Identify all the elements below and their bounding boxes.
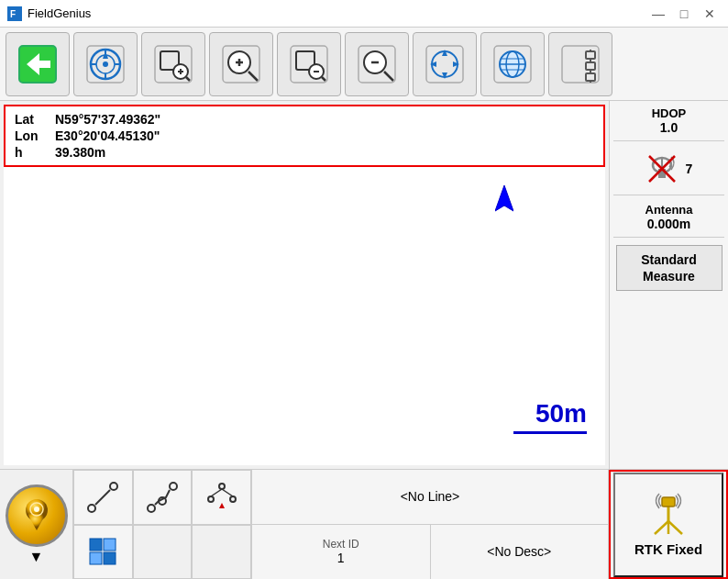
gps-button[interactable] xyxy=(6,484,68,547)
settings-button[interactable] xyxy=(548,32,612,96)
bottom-dropdown-arrow[interactable]: ▼ xyxy=(29,549,44,565)
map-cursor xyxy=(495,185,513,217)
lon-label: Lon xyxy=(15,128,40,143)
lat-value: N59°57'37.49362" xyxy=(55,112,160,127)
lon-value: E30°20'04.45130" xyxy=(55,128,160,143)
svg-text:F: F xyxy=(10,9,16,19)
hdop-section: HDOP 1.0 xyxy=(613,106,724,141)
satellite-section: 7 xyxy=(613,149,724,195)
title-bar: F FieldGenius — □ ✕ xyxy=(0,0,728,28)
zoom-out-box-button[interactable] xyxy=(277,32,341,96)
line-tools xyxy=(73,470,252,579)
h-row: h 39.380m xyxy=(15,145,594,160)
svg-line-81 xyxy=(655,521,668,534)
no-line-label: <No Line> xyxy=(401,489,460,504)
app-title: FieldGenius xyxy=(28,6,91,20)
svg-point-64 xyxy=(34,507,39,512)
minimize-button[interactable]: — xyxy=(647,5,669,23)
line-tool-2-button[interactable] xyxy=(133,470,193,525)
antenna-label: Antenna xyxy=(645,203,693,217)
zoom-in-button[interactable] xyxy=(209,32,273,96)
standard-measure-label: StandardMeasure xyxy=(641,251,697,284)
svg-rect-85 xyxy=(662,497,675,507)
svg-point-71 xyxy=(219,484,225,489)
no-desc-cell[interactable]: <No Desc> xyxy=(431,525,609,580)
svg-line-75 xyxy=(222,489,233,496)
antenna-value: 0.000m xyxy=(647,217,690,231)
lon-row: Lon E30°20'04.45130" xyxy=(15,128,594,143)
map-canvas[interactable]: 50m xyxy=(4,167,605,465)
main-area: Lat N59°57'37.49362" Lon E30°20'04.45130… xyxy=(0,101,728,469)
navigate-up-button[interactable] xyxy=(73,32,138,96)
empty-tool-2 xyxy=(192,525,251,580)
no-line-cell[interactable]: <No Line> xyxy=(252,470,608,525)
lat-label: Lat xyxy=(15,112,40,127)
hdop-label: HDOP xyxy=(652,106,687,120)
svg-point-69 xyxy=(170,483,177,490)
svg-line-74 xyxy=(211,489,222,496)
next-id-value: 1 xyxy=(337,551,345,565)
scale-value: 50m xyxy=(535,399,587,429)
main-toolbar xyxy=(0,28,728,101)
svg-point-73 xyxy=(230,496,236,502)
svg-marker-76 xyxy=(219,503,225,508)
svg-point-72 xyxy=(208,496,214,502)
svg-line-67 xyxy=(95,490,110,505)
coordinate-panel: Lat N59°57'37.49362" Lon E30°20'04.45130… xyxy=(4,105,605,167)
no-desc-label: <No Desc> xyxy=(487,544,551,559)
app-icon: F xyxy=(7,6,22,21)
lat-row: Lat N59°57'37.49362" xyxy=(15,112,594,127)
hdop-value: 1.0 xyxy=(660,120,678,135)
rtk-label: RTK Fixed xyxy=(634,541,702,557)
bottom-left: ▼ xyxy=(0,470,73,579)
pan-button[interactable] xyxy=(413,32,477,96)
line-tool-3-button[interactable] xyxy=(192,470,251,525)
zoom-out-button[interactable] xyxy=(345,32,409,96)
next-id-cell[interactable]: Next ID 1 xyxy=(252,525,431,580)
svg-point-66 xyxy=(110,483,117,490)
satellite-row: 7 xyxy=(613,149,724,189)
nav-back-button[interactable] xyxy=(6,32,70,96)
standard-measure-section: StandardMeasure xyxy=(616,245,722,291)
empty-tool-1 xyxy=(133,525,193,580)
h-value: 39.380m xyxy=(55,145,105,160)
zoom-in-box-button[interactable] xyxy=(141,32,205,96)
svg-rect-80 xyxy=(104,552,116,564)
bottom-middle: <No Line> Next ID 1 <No Desc> xyxy=(252,470,609,579)
svg-line-82 xyxy=(668,521,682,534)
rtk-section: RTK Fixed xyxy=(609,470,728,579)
window-controls: — □ ✕ xyxy=(647,5,721,23)
line-tool-1-button[interactable] xyxy=(73,470,133,525)
bottom-toolbar: ▼ xyxy=(0,469,728,579)
rtk-fixed-button[interactable]: RTK Fixed xyxy=(613,473,723,577)
right-panel: HDOP 1.0 7 xyxy=(609,101,728,469)
globe-button[interactable] xyxy=(480,32,545,96)
standard-measure-button[interactable]: StandardMeasure xyxy=(616,245,722,291)
svg-rect-79 xyxy=(90,552,102,564)
svg-point-65 xyxy=(88,505,95,512)
satellite-count: 7 xyxy=(686,161,693,176)
svg-point-7 xyxy=(103,61,108,67)
svg-rect-77 xyxy=(90,539,102,551)
next-id-desc-cell: Next ID 1 <No Desc> xyxy=(252,525,608,580)
svg-marker-55 xyxy=(495,185,513,211)
maximize-button[interactable]: □ xyxy=(673,5,695,23)
svg-point-68 xyxy=(148,505,155,512)
svg-rect-78 xyxy=(104,539,116,551)
next-id-label: Next ID xyxy=(323,538,359,551)
grid-icon-button[interactable] xyxy=(73,525,133,580)
rtk-antenna-icon xyxy=(645,492,691,538)
scale-line xyxy=(513,431,587,434)
title-bar-left: F FieldGenius xyxy=(7,6,91,21)
h-label: h xyxy=(15,145,40,160)
left-panel: Lat N59°57'37.49362" Lon E30°20'04.45130… xyxy=(0,101,609,469)
satellite-icon xyxy=(645,152,678,185)
antenna-section: Antenna 0.000m xyxy=(613,203,724,238)
close-button[interactable]: ✕ xyxy=(699,5,721,23)
